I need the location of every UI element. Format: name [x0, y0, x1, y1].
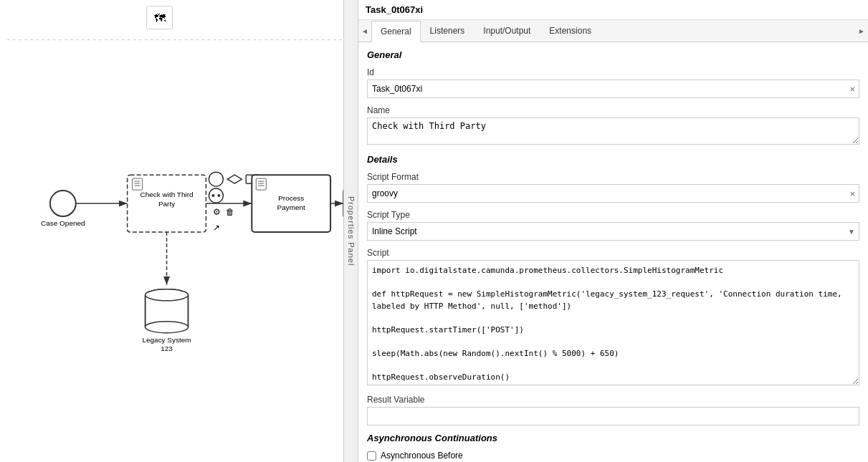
tab-listeners[interactable]: Listeners: [421, 20, 474, 42]
script-type-label: Script Type: [367, 210, 859, 220]
svg-marker-14: [227, 175, 242, 183]
general-section-title: General: [367, 49, 859, 60]
svg-point-17: [211, 194, 214, 197]
properties-panel: Task_0t067xi ◄ General Listeners Input/O…: [358, 0, 868, 462]
svg-point-13: [209, 172, 223, 186]
svg-text:123: 123: [161, 345, 173, 352]
svg-rect-24: [256, 178, 266, 190]
id-input[interactable]: [367, 80, 859, 98]
async-section: Asynchronous Continuations Asynchronous …: [367, 433, 859, 461]
tab-input-output[interactable]: Input/Output: [474, 20, 540, 42]
properties-panel-toggle[interactable]: Properties Panel: [343, 0, 358, 462]
script-group: Script import io.digitalstate.camunda.pr…: [367, 248, 859, 388]
script-format-label: Script Format: [367, 172, 859, 182]
svg-text:↗: ↗: [213, 223, 220, 233]
svg-text:🗑: 🗑: [226, 207, 234, 217]
tab-extensions[interactable]: Extensions: [540, 20, 601, 42]
svg-text:Case Opened: Case Opened: [41, 219, 85, 227]
script-type-select[interactable]: Inline Script External Resource: [367, 222, 859, 241]
id-label: Id: [367, 67, 859, 77]
svg-point-39: [146, 289, 189, 301]
script-format-input[interactable]: [367, 184, 859, 203]
tab-left-arrow[interactable]: ◄: [358, 23, 371, 39]
panel-content: General Id × Name Check with Third Party…: [358, 42, 868, 462]
async-section-title: Asynchronous Continuations: [367, 433, 859, 443]
svg-point-18: [217, 194, 220, 197]
async-before-label: Asynchronous Before: [381, 451, 463, 461]
svg-text:Payment: Payment: [277, 203, 306, 211]
svg-point-3: [50, 191, 76, 216]
id-input-wrapper: ×: [367, 80, 859, 98]
svg-text:Party: Party: [158, 200, 175, 208]
result-variable-input[interactable]: [367, 407, 859, 425]
async-before-checkbox[interactable]: [367, 451, 376, 461]
result-variable-group: Result Variable: [367, 395, 859, 425]
diagram-canvas: 🗺 Case Opened Check with Third Party ⚙: [0, 0, 358, 462]
tab-general[interactable]: General: [371, 21, 421, 42]
script-format-group: Script Format ×: [367, 172, 859, 203]
panel-title: Task_0t067xi: [358, 0, 868, 20]
name-field-group: Name Check with Third Party: [367, 105, 859, 147]
async-before-row: Asynchronous Before: [367, 451, 859, 461]
id-clear-button[interactable]: ×: [849, 84, 855, 95]
script-type-select-wrapper: Inline Script External Resource ▼: [367, 222, 859, 241]
svg-point-16: [209, 188, 223, 203]
result-variable-label: Result Variable: [367, 395, 859, 405]
svg-text:🗺: 🗺: [154, 12, 166, 24]
script-type-group: Script Type Inline Script External Resou…: [367, 210, 859, 241]
svg-text:Process: Process: [278, 194, 304, 202]
svg-rect-7: [133, 178, 143, 190]
svg-text:⚙: ⚙: [213, 207, 221, 217]
id-field-group: Id ×: [367, 67, 859, 98]
script-format-input-wrapper: ×: [367, 184, 859, 203]
panel-tabs: ◄ General Listeners Input/Output Extensi…: [358, 20, 868, 42]
svg-point-38: [146, 322, 189, 333]
svg-text:Check with Third: Check with Third: [140, 191, 194, 198]
name-input[interactable]: Check with Third Party: [367, 117, 859, 145]
script-label: Script: [367, 248, 859, 258]
details-section-title: Details: [367, 154, 859, 165]
tab-right-arrow[interactable]: ►: [855, 23, 868, 39]
script-format-clear-button[interactable]: ×: [849, 188, 855, 199]
script-textarea[interactable]: import io.digitalstate.camunda.prometheu…: [367, 260, 859, 385]
svg-text:Legacy System: Legacy System: [142, 336, 191, 344]
name-label: Name: [367, 105, 859, 115]
